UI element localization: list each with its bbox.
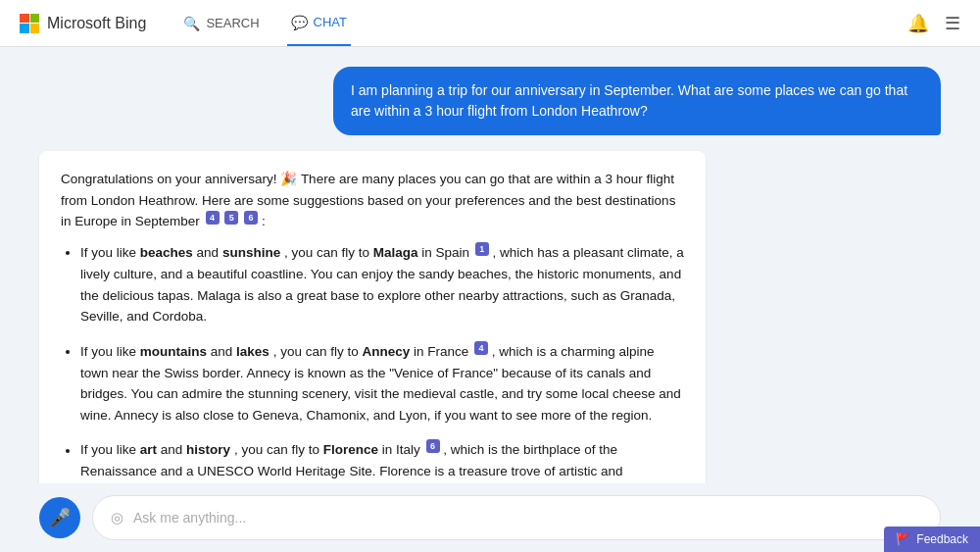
notification-icon[interactable]: 🔔 (907, 13, 929, 34)
bot-intro-text: Congratulations on your anniversary! 🎉 T… (61, 169, 684, 232)
annecy-bold2: lakes (236, 344, 270, 359)
ref-6[interactable]: 6 (244, 211, 258, 225)
mic-button[interactable]: 🎤 (39, 497, 80, 538)
nav-chat[interactable]: 💬 CHAT (287, 1, 351, 46)
malaga-place: Malaga (373, 245, 418, 260)
ref-5[interactable]: 5 (224, 211, 238, 225)
list-item-malaga: If you like beaches and sunshine , you c… (80, 242, 684, 327)
malaga-bold1: beaches (140, 245, 193, 260)
nav-search[interactable]: 🔍 SEARCH (179, 2, 263, 45)
malaga-and: and (197, 245, 222, 260)
chat-nav-icon: 💬 (291, 15, 308, 30)
malaga-prefix: , you can fly to (284, 245, 373, 260)
ref-1[interactable]: 1 (475, 242, 489, 256)
nav-chat-label: CHAT (314, 15, 347, 29)
intro-colon: : (262, 215, 266, 229)
header-actions: 🔔 ☰ (907, 13, 960, 34)
input-search-icon: ◎ (111, 509, 123, 527)
feedback-icon: 🚩 (896, 532, 910, 546)
malaga-country: in Spain (421, 245, 473, 260)
input-area: 🎤 ◎ Ask me anything... (0, 483, 980, 552)
florence-bold2: history (186, 443, 230, 458)
logo: Microsoft Bing (20, 14, 146, 33)
hamburger-menu-icon[interactable]: ☰ (945, 13, 960, 34)
logo-cell-green (30, 14, 40, 24)
main-nav: 🔍 SEARCH 💬 CHAT (179, 1, 351, 46)
user-message-bubble: I am planning a trip for our anniversary… (333, 67, 941, 135)
florence-bold1: art (140, 443, 157, 458)
feedback-button[interactable]: 🚩 Feedback (884, 527, 980, 552)
feedback-label: Feedback (916, 532, 968, 546)
annecy-bold1: mountains (140, 344, 207, 359)
chat-area: I am planning a trip for our anniversary… (0, 47, 980, 483)
florence-and: and (161, 443, 186, 458)
search-nav-icon: 🔍 (183, 16, 200, 31)
input-placeholder-text: Ask me anything... (133, 510, 246, 526)
annecy-intro: If you like (80, 344, 140, 359)
logo-text: Microsoft Bing (47, 15, 146, 32)
mic-icon: 🎤 (49, 507, 71, 528)
malaga-intro: If you like (80, 245, 140, 260)
malaga-bold2: sunshine (222, 245, 280, 260)
nav-search-label: SEARCH (206, 16, 259, 30)
list-item-annecy: If you like mountains and lakes , you ca… (80, 341, 684, 427)
annecy-place: Annecy (362, 344, 410, 359)
search-input-box[interactable]: ◎ Ask me anything... (92, 495, 941, 540)
annecy-prefix: , you can fly to (273, 344, 363, 359)
header: Microsoft Bing 🔍 SEARCH 💬 CHAT 🔔 ☰ (0, 0, 980, 47)
florence-place: Florence (323, 443, 378, 458)
ref-6b[interactable]: 6 (426, 439, 440, 453)
logo-cell-yellow (30, 24, 40, 33)
list-item-florence: If you like art and history , you can fl… (80, 439, 684, 483)
bot-response-card: Congratulations on your anniversary! 🎉 T… (39, 151, 706, 483)
user-message-text: I am planning a trip for our anniversary… (351, 82, 907, 119)
bot-intro-content: Congratulations on your anniversary! 🎉 T… (61, 172, 675, 229)
annecy-and: and (211, 344, 236, 359)
florence-intro: If you like (80, 443, 140, 458)
logo-cell-red (20, 14, 29, 24)
ms-logo-icon (20, 14, 39, 33)
annecy-country: in France (414, 344, 472, 359)
ref-4[interactable]: 4 (206, 211, 220, 225)
florence-prefix: , you can fly to (234, 443, 323, 458)
florence-country: in Italy (382, 443, 424, 458)
ref-4b[interactable]: 4 (474, 341, 488, 355)
destinations-list: If you like beaches and sunshine , you c… (61, 242, 684, 483)
logo-cell-blue (20, 24, 29, 33)
